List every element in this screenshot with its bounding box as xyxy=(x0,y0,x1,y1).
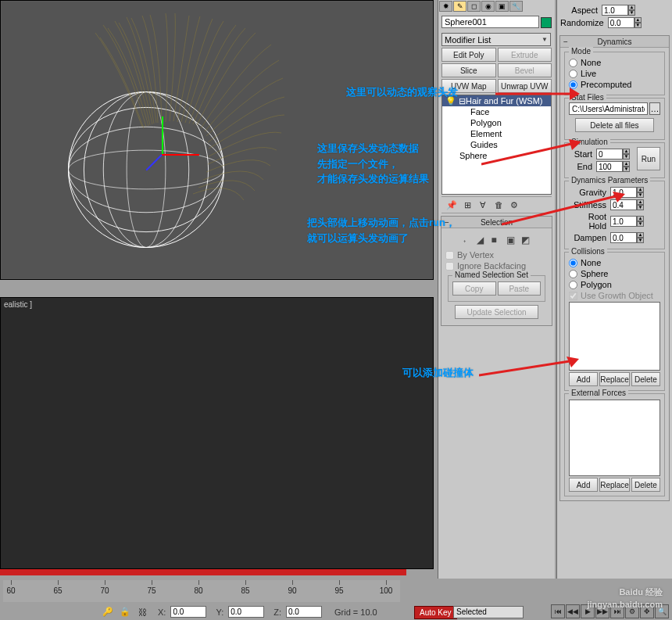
aspect-down[interactable]: ▼ xyxy=(628,10,635,16)
named-selection-title: Named Selection Set xyxy=(452,271,531,279)
ruler-label-85: 85 xyxy=(241,586,249,595)
external-forces-list[interactable] xyxy=(569,400,660,476)
keyframe-icon[interactable]: 🔑 xyxy=(102,606,114,618)
randomize-up[interactable]: ▲ xyxy=(634,17,642,23)
ef-add-button[interactable]: Add xyxy=(569,478,598,492)
annotation-text-3: 把头部做上移动动画，点击run， 就可以运算头发动画了 xyxy=(307,215,456,245)
use-growth-checkbox xyxy=(569,292,577,300)
pin-stack-icon[interactable]: 📌 xyxy=(446,199,457,210)
sel-vertex-icon[interactable]: ⬫ xyxy=(462,235,473,245)
extrude-button[interactable]: Extrude xyxy=(498,48,552,62)
run-button[interactable]: Run xyxy=(637,147,660,170)
goto-end-button[interactable]: ⏭ xyxy=(610,604,624,618)
by-vertex-checkbox xyxy=(445,251,454,260)
ruler-label-60: 60 xyxy=(6,586,15,595)
ef-delete-button[interactable]: Delete xyxy=(631,478,660,492)
selected-dropdown[interactable]: Selected xyxy=(453,606,524,618)
timeline-ruler[interactable]: ["60","65","70","75","80","85","90","95"… xyxy=(3,580,400,602)
ruler-label-75: 75 xyxy=(147,586,155,595)
object-color-swatch[interactable] xyxy=(541,17,552,28)
hierarchy-tab-icon[interactable]: ◻ xyxy=(467,1,481,12)
timeline-red-bar xyxy=(0,569,406,575)
z-input[interactable] xyxy=(286,606,322,618)
delete-all-files-button[interactable]: Delete all files xyxy=(575,118,654,132)
z-label: Z: xyxy=(273,607,281,617)
ruler-label-100: 100 xyxy=(380,586,393,595)
aspect-input[interactable] xyxy=(602,5,628,16)
modify-tab-icon[interactable]: ✎ xyxy=(453,1,466,12)
col-sphere-radio[interactable] xyxy=(569,270,577,278)
prev-frame-button[interactable]: ◀◀ xyxy=(566,604,580,618)
bevel-button[interactable]: Bevel xyxy=(498,63,552,77)
sim-end-input[interactable] xyxy=(596,161,623,172)
create-tab-icon[interactable]: ✹ xyxy=(439,1,452,12)
dyn-params-title: Dynamics Parameters xyxy=(569,176,650,185)
display-tab-icon[interactable]: ▣ xyxy=(495,1,509,12)
randomize-input[interactable] xyxy=(608,17,634,28)
col-none-radio[interactable] xyxy=(569,259,577,267)
auto-key-button[interactable]: Auto Key xyxy=(414,606,457,619)
aspect-up[interactable]: ▲ xyxy=(628,5,635,10)
time-config-button[interactable]: ⚙ xyxy=(625,604,639,618)
sel-element-icon[interactable]: ▣ xyxy=(506,235,517,245)
randomize-down[interactable]: ▼ xyxy=(634,23,642,28)
external-forces-title: External Forces xyxy=(569,389,628,397)
object-name-input[interactable] xyxy=(441,16,539,28)
panel-tabs: ✹ ✎ ◻ ◉ ▣ 🔧 xyxy=(438,0,555,13)
update-selection-button[interactable]: Update Selection xyxy=(455,305,538,319)
copy-button[interactable]: Copy xyxy=(452,281,496,296)
collision-list[interactable] xyxy=(569,302,660,371)
sim-start-input[interactable] xyxy=(596,149,623,159)
utilities-tab-icon[interactable]: 🔧 xyxy=(509,1,523,12)
play-button[interactable]: ▶ xyxy=(581,604,595,618)
col-polygon-radio[interactable] xyxy=(569,281,577,289)
unique-icon[interactable]: ∀ xyxy=(477,199,488,210)
sel-object-icon[interactable]: ◩ xyxy=(521,235,532,245)
dynamics-rollout-title[interactable]: Dynamics xyxy=(560,36,669,48)
arrow-4 xyxy=(479,357,581,378)
col-polygon-label: Polygon xyxy=(581,280,612,289)
y-input[interactable] xyxy=(228,606,264,618)
arrow-2 xyxy=(481,139,583,166)
viewport-shaded[interactable]: ealistic ] xyxy=(0,297,434,569)
sel-poly-icon[interactable]: ■ xyxy=(491,235,502,245)
modifier-list-dropdown[interactable]: Modifier List xyxy=(441,33,551,46)
y-label: Y: xyxy=(216,607,223,617)
mode-live-radio[interactable] xyxy=(569,70,577,78)
mode-none-label: None xyxy=(581,58,601,67)
annotation-text-2: 这里保存头发动态数据 先指定一个文件， 才能保存头发的运算结果 xyxy=(317,141,429,187)
annotation-text-4: 可以添加碰撞体 xyxy=(402,365,474,381)
viewport-nav-button[interactable]: ✥ xyxy=(640,604,654,618)
collisions-title: Collisions xyxy=(569,247,607,256)
col-replace-button[interactable]: Replace xyxy=(599,372,630,386)
stack-face[interactable]: Face xyxy=(442,106,551,117)
dynamics-rollout: Dynamics Mode None Live Precomputed Stat… xyxy=(559,35,670,501)
grid-label: Grid = 10.0 xyxy=(334,607,377,617)
zoom-button[interactable]: 🔍 xyxy=(655,604,669,618)
goto-start-button[interactable]: ⏮ xyxy=(551,604,565,618)
mode-precomputed-label: Precomputed xyxy=(581,80,631,89)
col-delete-button[interactable]: Delete xyxy=(631,372,660,386)
ruler-label-80: 80 xyxy=(194,586,202,595)
ruler-label-95: 95 xyxy=(334,586,343,595)
dampen-input[interactable] xyxy=(610,232,637,243)
ruler-label-90: 90 xyxy=(288,586,296,595)
paste-button[interactable]: Paste xyxy=(498,281,542,296)
stat-path-browse-button[interactable]: … xyxy=(649,102,660,115)
mode-live-label: Live xyxy=(581,69,596,78)
next-frame-button[interactable]: ▶▶ xyxy=(595,604,609,618)
stack-element[interactable]: Element xyxy=(442,128,551,139)
show-result-icon[interactable]: ⊞ xyxy=(462,199,473,210)
stat-path-input[interactable] xyxy=(569,102,648,115)
ef-replace-button[interactable]: Replace xyxy=(599,478,630,492)
arrow-1 xyxy=(495,84,581,103)
sel-edge-icon[interactable]: ◢ xyxy=(477,235,488,245)
x-input[interactable] xyxy=(170,606,206,618)
stack-polygon[interactable]: Polygon xyxy=(442,117,551,128)
motion-tab-icon[interactable]: ◉ xyxy=(481,1,495,12)
edit-poly-button[interactable]: Edit Poly xyxy=(441,48,496,62)
link-icon[interactable]: ⛓ xyxy=(136,606,148,618)
lock-icon[interactable]: 🔒 xyxy=(119,606,131,618)
slice-button[interactable]: Slice xyxy=(441,63,496,77)
mode-none-radio[interactable] xyxy=(569,59,577,67)
